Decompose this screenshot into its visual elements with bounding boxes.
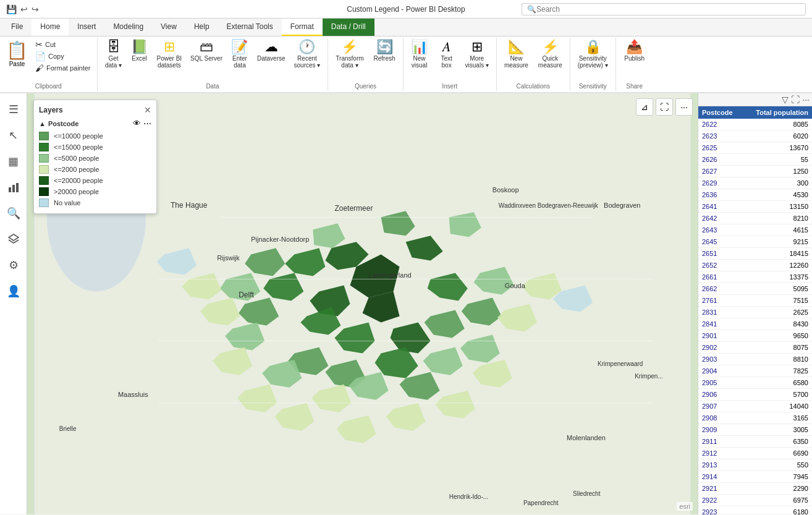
- tab-external-tools[interactable]: External Tools: [218, 19, 282, 36]
- enter-data-button[interactable]: 📝 Enterdata: [227, 39, 252, 70]
- table-scroll[interactable]: 2622 8085 2623 6020 2625 13670 2626 55 2…: [698, 119, 812, 514]
- tab-format[interactable]: Format: [282, 19, 323, 36]
- search-icon: 🔍: [527, 5, 536, 14]
- table-row[interactable]: 2652 12260: [698, 260, 812, 271]
- cut-label: Cut: [45, 41, 56, 48]
- get-data-button[interactable]: 🗄 Getdata ▾: [101, 39, 126, 70]
- table-row[interactable]: 2901 9650: [698, 330, 812, 342]
- publish-button[interactable]: 📤 Publish: [620, 39, 648, 63]
- text-box-label: Textbox: [441, 55, 452, 69]
- copy-button[interactable]: 📄 Copy: [33, 51, 67, 62]
- more-visuals-button[interactable]: ⊞ Morevisuals ▾: [462, 39, 493, 70]
- tab-home[interactable]: Home: [32, 19, 69, 36]
- recent-sources-button[interactable]: 🕐 Recentsources ▾: [290, 39, 324, 70]
- table-row[interactable]: 2622 8085: [698, 119, 812, 130]
- svg-text:Bodegraven: Bodegraven: [604, 202, 640, 209]
- table-row[interactable]: 2661 13375: [698, 271, 812, 283]
- powerbi-datasets-button[interactable]: ⊞ Power BIdatasets: [153, 39, 186, 70]
- paste-button[interactable]: 📋 Paste: [4, 39, 30, 69]
- table-row[interactable]: 2909 3005: [698, 424, 812, 436]
- table-row[interactable]: 2626 55: [698, 154, 812, 166]
- cell-postcode: 2622: [698, 119, 735, 130]
- excel-button[interactable]: 📗 Excel: [127, 39, 152, 63]
- table-row[interactable]: 2625 13670: [698, 142, 812, 154]
- fullscreen-button[interactable]: ⛶: [656, 98, 673, 116]
- table-row[interactable]: 2651 18415: [698, 248, 812, 260]
- legend-close-button[interactable]: ✕: [144, 105, 151, 115]
- table-row[interactable]: 2906 5700: [698, 389, 812, 401]
- sidebar-icon-layers[interactable]: [2, 228, 25, 250]
- map-container[interactable]: The Hague Zoetermeer Rijswijk Delft Pijn…: [27, 93, 698, 514]
- table-row[interactable]: 2904 7825: [698, 365, 812, 377]
- table-row[interactable]: 2914 7945: [698, 471, 812, 483]
- cell-postcode: 2923: [698, 506, 735, 514]
- undo-icon[interactable]: ↩: [20, 4, 28, 14]
- table-row[interactable]: 2623 6020: [698, 130, 812, 142]
- table-expand-icon[interactable]: ⛶: [791, 95, 800, 104]
- legend-more-icon[interactable]: ⋯: [143, 119, 151, 128]
- new-visual-button[interactable]: 📊 Newvisual: [407, 39, 432, 70]
- tab-help[interactable]: Help: [185, 19, 218, 36]
- filter-button[interactable]: ⊿: [636, 98, 653, 116]
- sql-server-button[interactable]: 🗃 SQL Server: [187, 39, 226, 63]
- table-filter-icon[interactable]: ▽: [782, 95, 789, 104]
- table-row[interactable]: 2642 8210: [698, 213, 812, 224]
- table-row[interactable]: 2627 1250: [698, 166, 812, 177]
- text-box-button[interactable]: 𝐴 Textbox: [434, 39, 459, 70]
- tab-drill[interactable]: Data / Drill: [323, 19, 374, 36]
- table-row[interactable]: 2761 7515: [698, 295, 812, 307]
- collapse-icon[interactable]: ▲: [39, 120, 46, 127]
- legend-eye-icon[interactable]: 👁: [133, 119, 141, 128]
- copy-label: Copy: [48, 53, 64, 60]
- sidebar-icon-table[interactable]: ▦: [2, 150, 25, 172]
- redo-icon[interactable]: ↪: [32, 4, 39, 14]
- sensitivity-button[interactable]: 🔒 Sensitivity(preview) ▾: [574, 39, 612, 70]
- cut-button[interactable]: ✂ Cut: [33, 39, 58, 50]
- dataverse-button[interactable]: ☁ Dataverse: [253, 39, 289, 63]
- quick-measure-button[interactable]: ⚡ Quickmeasure: [535, 39, 566, 70]
- table-row[interactable]: 2912 6690: [698, 448, 812, 459]
- format-painter-button[interactable]: 🖌 Format painter: [33, 62, 93, 74]
- more-options-button[interactable]: ···: [675, 98, 693, 116]
- table-row[interactable]: 2908 3165: [698, 412, 812, 424]
- table-more-icon[interactable]: ···: [802, 95, 810, 104]
- search-input[interactable]: [536, 5, 800, 14]
- sidebar-icon-search[interactable]: 🔍: [2, 202, 25, 224]
- transform-data-button[interactable]: ⚡ Transformdata ▾: [332, 39, 367, 70]
- tab-view[interactable]: View: [152, 19, 185, 36]
- table-row[interactable]: 2913 550: [698, 459, 812, 471]
- table-row[interactable]: 2841 8430: [698, 318, 812, 330]
- table-row[interactable]: 2831 2625: [698, 307, 812, 318]
- table-row[interactable]: 2643 4615: [698, 224, 812, 236]
- sidebar-icon-settings[interactable]: ⚙: [2, 254, 25, 276]
- refresh-button[interactable]: 🔄 Refresh: [370, 39, 399, 63]
- save-icon[interactable]: 💾: [6, 4, 17, 14]
- sidebar-icon-user[interactable]: 👤: [2, 280, 25, 302]
- table-row[interactable]: 2636 4530: [698, 189, 812, 201]
- sidebar-icon-chart[interactable]: [2, 176, 25, 198]
- new-measure-button[interactable]: 📐 Newmeasure: [501, 39, 532, 70]
- sensitivity-group-label: Sensitivity: [579, 83, 607, 90]
- table-row[interactable]: 2902 8075: [698, 342, 812, 354]
- cell-postcode: 2661: [698, 271, 735, 283]
- table-row[interactable]: 2905 6580: [698, 377, 812, 389]
- legend-section-header: ▲ Postcode 👁 ⋯: [39, 119, 151, 128]
- tab-file[interactable]: File: [2, 19, 32, 36]
- table-row[interactable]: 2629 300: [698, 177, 812, 189]
- search-bar[interactable]: 🔍: [522, 3, 806, 15]
- table-row[interactable]: 2645 9215: [698, 236, 812, 248]
- table-row[interactable]: 2641 13150: [698, 201, 812, 213]
- cell-postcode: 2912: [698, 448, 735, 459]
- sidebar-icon-cursor[interactable]: ↖: [2, 124, 25, 147]
- table-row[interactable]: 2923 6180: [698, 506, 812, 514]
- table-row[interactable]: 2922 6975: [698, 495, 812, 506]
- sidebar-icon-hamburger[interactable]: ☰: [2, 98, 25, 121]
- table-row[interactable]: 2921 2290: [698, 483, 812, 495]
- table-row[interactable]: 2903 8810: [698, 354, 812, 365]
- table-row[interactable]: 2911 6350: [698, 436, 812, 448]
- tab-modeling[interactable]: Modeling: [104, 19, 152, 36]
- tab-insert[interactable]: Insert: [69, 19, 104, 36]
- table-row[interactable]: 2662 5095: [698, 283, 812, 295]
- table-row[interactable]: 2907 14040: [698, 401, 812, 412]
- cell-population: 13375: [735, 271, 812, 283]
